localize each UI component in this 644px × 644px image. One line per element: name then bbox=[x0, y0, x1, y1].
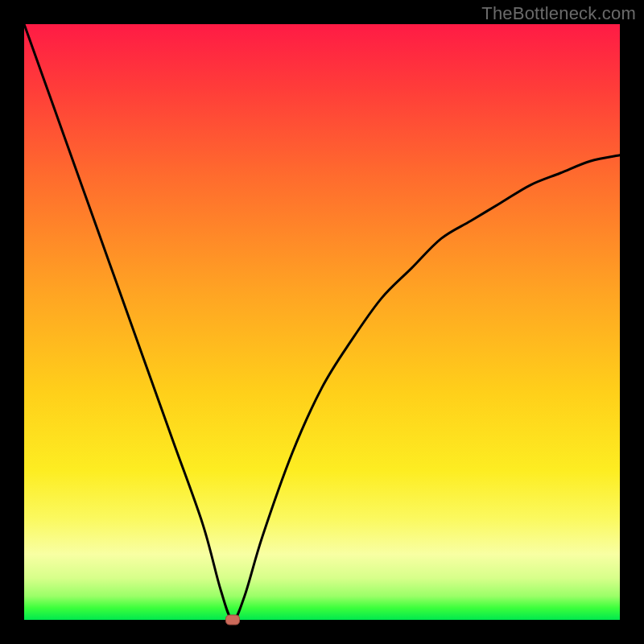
chart-frame: TheBottleneck.com bbox=[0, 0, 644, 644]
optimal-point-marker bbox=[225, 615, 240, 625]
watermark-text: TheBottleneck.com bbox=[481, 3, 636, 24]
bottleneck-curve-path bbox=[24, 24, 620, 620]
curve-layer bbox=[24, 24, 620, 620]
plot-area bbox=[24, 24, 620, 620]
